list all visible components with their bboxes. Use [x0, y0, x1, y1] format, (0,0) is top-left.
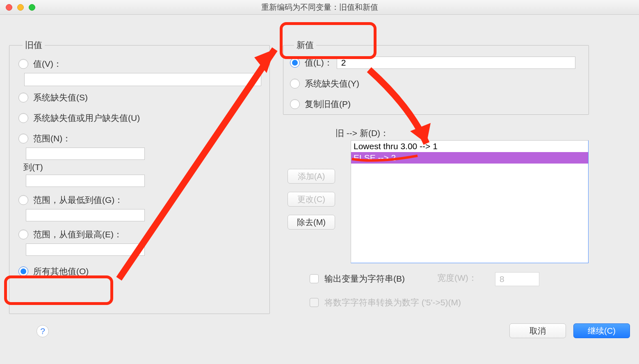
new-values-legend: 新值	[294, 39, 316, 51]
list-item[interactable]: ELSE --> 2	[351, 152, 588, 164]
continue-button[interactable]: 继续(C)	[573, 323, 630, 338]
new-value-radio-row[interactable]: 值(L)：	[290, 57, 583, 69]
cancel-button[interactable]: 取消	[509, 323, 566, 338]
old-values-legend: 旧值	[23, 39, 45, 51]
old-all-other-label: 所有其他值(O)	[33, 266, 89, 277]
old-range-from-input[interactable]	[26, 148, 145, 160]
old-sysmis-label: 系统缺失值(S)	[33, 92, 88, 103]
new-sysmis-radio[interactable]	[290, 79, 300, 89]
old-range-lowest-label: 范围，从最低到值(G)：	[33, 194, 123, 206]
new-copyold-radio[interactable]	[290, 99, 300, 109]
dialog-content: 旧值 值(V)： 系统缺失值(S) 系统缺失值或用户缺失值(U) 范围(N)：	[0, 15, 639, 364]
output-string-label: 输出变量为字符串(B)	[324, 273, 405, 284]
new-sysmis-label: 系统缺失值(Y)	[305, 78, 359, 89]
mapping-listbox[interactable]: Lowest thru 3.00 --> 1 ELSE --> 2	[351, 140, 589, 263]
old-range-highest-input[interactable]	[26, 243, 145, 256]
old-sysmis-radio-row[interactable]: 系统缺失值(S)	[18, 92, 262, 103]
new-values-group: 新值 值(L)： 系统缺失值(Y) 复制旧值(P)	[283, 39, 589, 115]
old-range-to-label: 到(T)	[23, 162, 262, 173]
new-copyold-label: 复制旧值(P)	[305, 98, 351, 110]
old-all-other-row[interactable]: 所有其他值(O)	[18, 266, 262, 277]
old-range-lowest-row[interactable]: 范围，从最低到值(G)：	[18, 194, 262, 206]
change-button[interactable]: 更改(C)	[288, 192, 335, 207]
old-sysmis-radio[interactable]	[18, 93, 28, 102]
output-string-row[interactable]: 输出变量为字符串(B)	[310, 273, 405, 284]
old-range-label: 范围(N)：	[33, 133, 71, 144]
minimize-window-button[interactable]	[17, 4, 24, 11]
new-sysmis-radio-row[interactable]: 系统缺失值(Y)	[290, 78, 583, 89]
new-value-label: 值(L)：	[305, 57, 333, 68]
old-values-group: 旧值 值(V)： 系统缺失值(S) 系统缺失值或用户缺失值(U) 范围(N)：	[9, 39, 270, 314]
maximize-window-button[interactable]	[29, 4, 35, 11]
add-button[interactable]: 添加(A)	[288, 169, 335, 184]
old-value-label: 值(V)：	[33, 58, 62, 70]
old-value-radio[interactable]	[18, 59, 28, 69]
old-all-other-radio[interactable]	[18, 266, 28, 276]
mapping-side-buttons: 添加(A) 更改(C) 除去(M)	[288, 169, 335, 230]
convert-numeric-label: 将数字字符串转换为数字 ('5'->5)(M)	[324, 297, 461, 308]
convert-numeric-checkbox	[310, 298, 319, 307]
mapping-label: 旧 --> 新(D)：	[335, 127, 389, 139]
old-sysusermis-radio[interactable]	[18, 113, 28, 123]
old-sysusermis-radio-row[interactable]: 系统缺失值或用户缺失值(U)	[18, 112, 262, 124]
old-range-lowest-input[interactable]	[26, 209, 145, 221]
old-value-input[interactable]	[24, 73, 261, 86]
old-sysusermis-label: 系统缺失值或用户缺失值(U)	[33, 112, 140, 124]
new-value-radio[interactable]	[290, 58, 300, 68]
new-copyold-radio-row[interactable]: 复制旧值(P)	[290, 98, 583, 110]
convert-numeric-row: 将数字字符串转换为数字 ('5'->5)(M)	[310, 297, 461, 308]
help-button[interactable]: ?	[37, 325, 49, 337]
remove-button[interactable]: 除去(M)	[288, 215, 335, 230]
window-controls	[6, 4, 35, 11]
window-titlebar: 重新编码为不同变量：旧值和新值	[0, 0, 639, 15]
old-range-radio-row[interactable]: 范围(N)：	[18, 133, 262, 144]
old-range-highest-label: 范围，从值到最高(E)：	[33, 229, 122, 240]
bottom-buttons: 取消 继续(C)	[509, 323, 630, 338]
old-range-radio[interactable]	[18, 134, 28, 143]
old-range-highest-radio[interactable]	[18, 230, 28, 239]
old-range-highest-row[interactable]: 范围，从值到最高(E)：	[18, 229, 262, 240]
width-label: 宽度(W)：	[437, 272, 477, 284]
old-range-to-input[interactable]	[26, 175, 145, 187]
window-title: 重新编码为不同变量：旧值和新值	[261, 3, 378, 11]
width-input[interactable]	[495, 272, 539, 286]
close-window-button[interactable]	[6, 4, 12, 11]
new-value-input[interactable]	[337, 57, 575, 69]
output-string-checkbox[interactable]	[310, 274, 319, 283]
list-item[interactable]: Lowest thru 3.00 --> 1	[351, 141, 588, 152]
old-value-radio-row[interactable]: 值(V)：	[18, 58, 262, 70]
old-range-lowest-radio[interactable]	[18, 195, 28, 205]
